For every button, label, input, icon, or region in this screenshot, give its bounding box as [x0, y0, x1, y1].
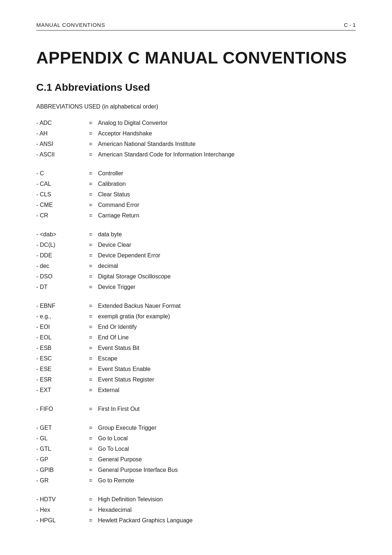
abbrev-group: - EBNF=Extended Backus Nauer Format- e.g… [36, 302, 356, 395]
abbrev-row: - GET=Group Execute Trigger [36, 424, 356, 432]
abbrev-val: Event Status Enable [98, 365, 356, 374]
header-bar: Manual Conventions C - 1 [36, 22, 356, 30]
abbrev-key: - EBNF [36, 302, 83, 310]
abbrev-row: - EOL=End Of Line [36, 333, 356, 342]
abbrev-eq: = [83, 129, 98, 138]
abbrev-val: End Of Line [98, 333, 356, 342]
abbrev-row: - EBNF=Extended Backus Nauer Format [36, 302, 356, 310]
abbrev-eq: = [83, 424, 98, 432]
abbrev-eq: = [83, 251, 98, 260]
abbrev-row: - DC(L)=Device Clear [36, 241, 356, 249]
abbrev-group: - GET=Group Execute Trigger- GL=Go to Lo… [36, 424, 356, 485]
abbrev-val: Go to Local [98, 434, 356, 443]
abbrev-key: - FIFO [36, 405, 83, 413]
abbrev-val: American Standard Code for Information I… [98, 150, 356, 159]
abbrev-row: - ESC=Escape [36, 354, 356, 363]
abbrev-val: Go To Local [98, 445, 356, 453]
abbrev-row: - HPGL=Hewlett Packard Graphics Language [36, 516, 356, 525]
abbrev-key: - ASCII [36, 150, 83, 159]
abbrev-val: High Definition Television [98, 495, 356, 504]
abbrev-group: - ADC=Analog to Digital Convertor- AH=Ac… [36, 119, 356, 159]
abbrev-row: - EOI=End Or Identify [36, 323, 356, 331]
abbrev-val: General Purpose Interface Bus [98, 466, 356, 474]
abbrev-row: - <dab>=data byte [36, 230, 356, 239]
abbrev-val: decimal [98, 262, 356, 270]
abbrev-key: - ESC [36, 354, 83, 363]
abbrev-eq: = [83, 150, 98, 159]
abbrev-row: - Hex=Hexadecimal [36, 506, 356, 514]
abbrev-row: - DT=Device Trigger [36, 283, 356, 291]
abbrev-eq: = [83, 445, 98, 453]
abbrev-row: - CR=Carriage Return [36, 211, 356, 220]
abbrev-val: Event Status Bit [98, 344, 356, 352]
abbrev-val: Group Execute Trigger [98, 424, 356, 432]
abbrev-row: - GR=Go to Remote [36, 476, 356, 485]
abbrev-val: Hewlett Packard Graphics Language [98, 516, 356, 525]
abbrev-eq: = [83, 272, 98, 281]
abbrev-key: - CAL [36, 180, 83, 188]
abbrev-key: - ANSI [36, 140, 83, 148]
page: Manual Conventions C - 1 APPENDIX C MANU… [0, 0, 392, 555]
abbrev-row: - GPIB=General Purpose Interface Bus [36, 466, 356, 474]
abbrev-key: - DC(L) [36, 241, 83, 249]
intro-text: ABBREVIATIONS USED (in alphabetical orde… [36, 103, 356, 110]
abbrev-val: Analog to Digital Convertor [98, 119, 356, 127]
abbrev-eq: = [83, 506, 98, 514]
abbrev-key: - DDE [36, 251, 83, 260]
abbrev-row: - GL=Go to Local [36, 434, 356, 443]
abbrev-eq: = [83, 190, 98, 199]
abbrev-eq: = [83, 119, 98, 127]
abbrev-val: Go to Remote [98, 476, 356, 485]
abbrev-eq: = [83, 405, 98, 413]
abbrev-row: - e.g.,=exempli gratia (for example) [36, 312, 356, 321]
section-title: C.1 Abbreviations Used [36, 82, 356, 93]
abbrev-key: - GPIB [36, 466, 83, 474]
abbrev-val: Command Error [98, 201, 356, 209]
abbrev-eq: = [83, 365, 98, 374]
abbrev-key: - AH [36, 129, 83, 138]
abbrev-row: - C=Controller [36, 169, 356, 178]
abbrev-key: - HPGL [36, 516, 83, 525]
abbrev-key: - ESB [36, 344, 83, 352]
abbrev-row: - DSO=Digital Storage Oscilloscope [36, 272, 356, 281]
abbrev-row: - EXT=External [36, 386, 356, 395]
abbrev-key: - EOL [36, 333, 83, 342]
abbrev-row: - CAL=Calibration [36, 180, 356, 188]
abbrev-group: - HDTV=High Definition Television- Hex=H… [36, 495, 356, 525]
abbrev-val: exempli gratia (for example) [98, 312, 356, 321]
abbrev-eq: = [83, 201, 98, 209]
abbrev-key: - CME [36, 201, 83, 209]
abbrev-eq: = [83, 262, 98, 270]
abbrev-eq: = [83, 302, 98, 310]
abbrev-eq: = [83, 211, 98, 220]
abbrev-val: Calibration [98, 180, 356, 188]
abbrev-val: Device Clear [98, 241, 356, 249]
abbrev-val: Acceptor Handshake [98, 129, 356, 138]
abbrev-group: - C=Controller- CAL=Calibration- CLS=Cle… [36, 169, 356, 220]
abbrev-eq: = [83, 375, 98, 384]
abbrev-key: - Hex [36, 506, 83, 514]
abbrev-row: - ESE=Event Status Enable [36, 365, 356, 374]
abbrev-val: External [98, 386, 356, 395]
abbrev-val: End Or Identify [98, 323, 356, 331]
abbrev-key: - dec [36, 262, 83, 270]
abbrev-eq: = [83, 230, 98, 239]
abbrev-key: - HDTV [36, 495, 83, 504]
header-right: C - 1 [344, 22, 356, 28]
abbrev-row: - ESR=Event Status Register [36, 375, 356, 384]
appendix-title: APPENDIX C MANUAL CONVENTIONS [36, 49, 356, 67]
abbrev-row: - dec=decimal [36, 262, 356, 270]
abbrev-row: - FIFO=First In First Out [36, 405, 356, 413]
abbrev-row: - DDE=Device Dependent Error [36, 251, 356, 260]
abbrev-row: - ADC=Analog to Digital Convertor [36, 119, 356, 127]
abbrev-eq: = [83, 140, 98, 148]
abbrev-row: - GTL=Go To Local [36, 445, 356, 453]
abbrev-eq: = [83, 344, 98, 352]
abbrev-eq: = [83, 169, 98, 178]
abbrev-eq: = [83, 323, 98, 331]
header-left: Manual Conventions [36, 22, 105, 28]
abbrev-key: - C [36, 169, 83, 178]
abbrev-key: - GL [36, 434, 83, 443]
abbrev-val: Carriage Return [98, 211, 356, 220]
abbreviations-container: - ADC=Analog to Digital Convertor- AH=Ac… [36, 119, 356, 525]
